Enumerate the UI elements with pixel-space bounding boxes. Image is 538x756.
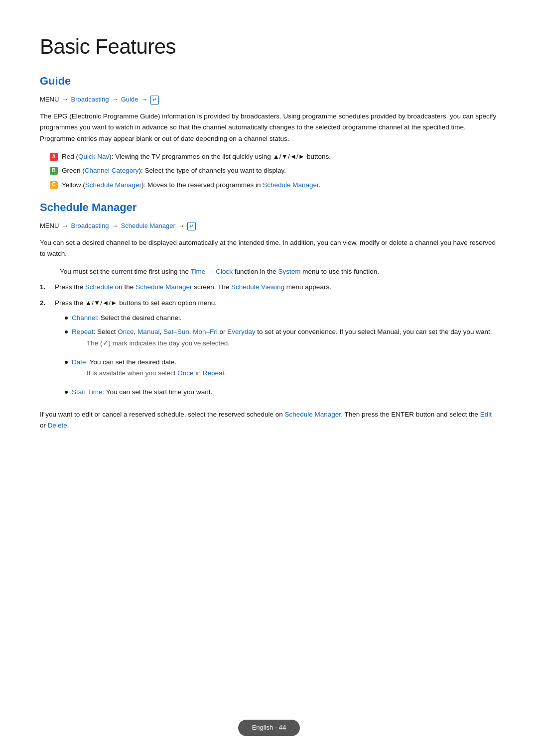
once-link-2[interactable]: Once — [177, 369, 193, 377]
note-part2: function in the — [233, 268, 278, 275]
date-link[interactable]: Date — [72, 358, 86, 366]
bullet-red-label: Red ( — [62, 153, 78, 160]
guide-heading: Guide — [40, 72, 498, 90]
note-part3: menu to use this function. — [301, 268, 380, 275]
step-2: 2. Press the ▲/▼/◄/► buttons to set each… — [40, 298, 498, 402]
sm-breadcrumb-arrow3: → — [178, 222, 186, 229]
sub-bullet-repeat: Repeat: Select Once, Manual, Sat–Sun, Mo… — [65, 326, 492, 354]
schedule-manager-note: You must set the current time first usin… — [60, 266, 498, 277]
schedule-link[interactable]: Schedule — [85, 283, 113, 291]
breadcrumb-menu: MENU — [40, 96, 59, 103]
sub-bullet-start-time: Start Time: You can set the start time y… — [65, 387, 492, 398]
bullet-yellow-rest: ): Moves to the reserved programmes in — [141, 181, 263, 189]
schedule-manager-link-2[interactable]: Schedule Manager — [263, 181, 319, 189]
sm-breadcrumb-arrow1: → — [62, 222, 70, 229]
schedule-manager-link-3[interactable]: Schedule Manager — [135, 283, 192, 291]
sub-bullet-date-text: Date: You can set the desired date. It i… — [72, 357, 226, 384]
breadcrumb-arrow1: → — [62, 96, 70, 103]
bullet-red-text: Red (Quick Nav): Viewing the TV programm… — [62, 151, 331, 162]
bullet-item-yellow: C Yellow (Schedule Manager): Moves to th… — [50, 180, 498, 191]
edit-link[interactable]: Edit — [480, 411, 492, 418]
bullet-item-green: B Green (Channel Category): Select the t… — [50, 165, 498, 176]
quick-nav-link[interactable]: Quick Nav — [78, 153, 109, 160]
badge-B: B — [50, 167, 58, 175]
bullet-yellow-label: Yellow ( — [62, 181, 85, 189]
note-arrow: → — [205, 268, 216, 275]
sm-breadcrumb-schedule-manager[interactable]: Schedule Manager — [121, 222, 175, 229]
repeat-note: The (✓) mark indicates the day you've se… — [87, 338, 492, 349]
schedule-manager-closing: If you want to edit or cancel a reserved… — [40, 409, 498, 432]
bullet-green-rest: ): Select the type of channels you want … — [139, 167, 286, 174]
mon-fri-link[interactable]: Mon–Fri — [193, 328, 218, 335]
schedule-manager-heading: Schedule Manager — [40, 199, 498, 216]
breadcrumb-arrow2: → — [112, 96, 120, 103]
step-1-text: Press the Schedule on the Schedule Manag… — [55, 282, 331, 293]
once-link[interactable]: Once — [118, 328, 134, 335]
breadcrumb-arrow3: → — [141, 96, 149, 103]
badge-C: C — [50, 181, 58, 189]
sub-bullet-channel: Channel: Select the desired channel. — [65, 313, 492, 324]
badge-A: A — [50, 153, 58, 161]
bullet-dot-start-time — [65, 391, 68, 394]
step-2-sub-list: Channel: Select the desired channel. Rep… — [65, 313, 492, 398]
schedule-viewing-link[interactable]: Schedule Viewing — [231, 283, 284, 291]
sat-sun-link[interactable]: Sat–Sun — [163, 328, 189, 335]
schedule-manager-link-1[interactable]: Schedule Manager — [85, 181, 141, 189]
page-wrapper: Basic Features Guide MENU → Broadcasting… — [0, 0, 538, 756]
sm-breadcrumb-enter: ↵ — [187, 222, 196, 230]
channel-category-link[interactable]: Channel Category — [85, 167, 139, 174]
breadcrumb-broadcasting[interactable]: Broadcasting — [71, 96, 109, 103]
schedule-manager-breadcrumb: MENU → Broadcasting → Schedule Manager →… — [40, 221, 498, 231]
guide-bullet-list: A Red (Quick Nav): Viewing the TV progra… — [50, 151, 498, 191]
step-1: 1. Press the Schedule on the Schedule Ma… — [40, 282, 498, 293]
bullet-dot-repeat — [65, 330, 68, 333]
channel-link[interactable]: Channel — [72, 314, 97, 322]
schedule-manager-link-closing[interactable]: Schedule Manager — [285, 411, 341, 418]
clock-link[interactable]: Clock — [216, 268, 233, 275]
start-time-link[interactable]: Start Time — [72, 388, 103, 396]
step-2-num: 2. — [40, 298, 50, 309]
bullet-item-red: A Red (Quick Nav): Viewing the TV progra… — [50, 151, 498, 162]
steps-list: 1. Press the Schedule on the Schedule Ma… — [40, 282, 498, 402]
repeat-link-2[interactable]: Repeat — [203, 369, 225, 377]
step-2-text: Press the ▲/▼/◄/► buttons to set each op… — [55, 299, 217, 307]
sub-bullet-repeat-text: Repeat: Select Once, Manual, Sat–Sun, Mo… — [72, 326, 492, 354]
everyday-link[interactable]: Everyday — [227, 328, 255, 335]
note-part1: You must set the current time first usin… — [60, 268, 191, 275]
system-link[interactable]: System — [278, 268, 300, 275]
time-link[interactable]: Time — [191, 268, 206, 275]
bullet-dot-date — [65, 361, 68, 364]
manual-link[interactable]: Manual — [137, 328, 159, 335]
breadcrumb-enter: ↵ — [150, 96, 159, 104]
schedule-manager-body: You can set a desired channel to be disp… — [40, 237, 498, 260]
page-title: Basic Features — [40, 30, 498, 63]
sub-bullet-channel-text: Channel: Select the desired channel. — [72, 313, 182, 324]
bullet-dot-channel — [65, 317, 68, 320]
date-note: It is available when you select Once in … — [87, 368, 226, 379]
sm-breadcrumb-menu: MENU — [40, 222, 59, 229]
page-footer: English - 44 — [0, 720, 538, 736]
step-1-num: 1. — [40, 282, 50, 293]
bullet-green-label: Green ( — [62, 167, 85, 174]
guide-body: The EPG (Electronic Programme Guide) inf… — [40, 111, 498, 144]
bullet-red-rest: ): Viewing the TV programmes on the list… — [109, 153, 331, 160]
bullet-yellow-text: Yellow (Schedule Manager): Moves to the … — [62, 180, 321, 191]
sm-breadcrumb-arrow2: → — [112, 222, 120, 229]
breadcrumb-guide[interactable]: Guide — [121, 96, 138, 103]
guide-breadcrumb: MENU → Broadcasting → Guide → ↵ — [40, 95, 498, 105]
sm-breadcrumb-broadcasting[interactable]: Broadcasting — [71, 222, 109, 229]
footer-text: English - 44 — [238, 720, 300, 736]
bullet-yellow-end: . — [319, 181, 321, 189]
sub-bullet-start-time-text: Start Time: You can set the start time y… — [72, 387, 212, 398]
sub-bullet-date: Date: You can set the desired date. It i… — [65, 357, 492, 384]
delete-link[interactable]: Delete — [48, 422, 67, 429]
step-2-content: Press the ▲/▼/◄/► buttons to set each op… — [55, 298, 492, 402]
bullet-green-text: Green (Channel Category): Select the typ… — [62, 165, 286, 176]
repeat-link[interactable]: Repeat — [72, 328, 94, 335]
